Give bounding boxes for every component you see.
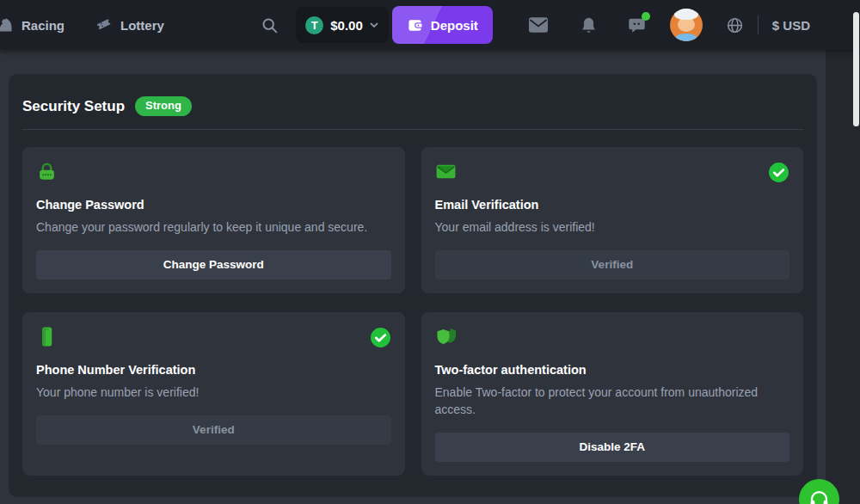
wallet-balance: $0.00 xyxy=(330,18,363,33)
currency-selector[interactable]: $ USD xyxy=(767,17,815,34)
security-cards-grid: Change Password Change your password reg… xyxy=(22,147,803,476)
search-button[interactable] xyxy=(261,16,279,34)
disable-2fa-button[interactable]: Disable 2FA xyxy=(435,433,790,462)
card-two-factor: Two-factor authentication Enable Two-fac… xyxy=(421,312,804,476)
top-header: Racing Lottery T $0.00 Deposit xyxy=(0,0,860,50)
vertical-scrollbar[interactable] xyxy=(853,12,859,126)
envelope-icon xyxy=(435,161,457,182)
wallet-balance-dropdown[interactable]: T $0.00 xyxy=(296,7,389,43)
search-icon xyxy=(261,16,279,34)
card-title: Phone Number Verification xyxy=(36,363,391,377)
card-description: Your email address is verified! xyxy=(435,219,790,237)
deposit-button[interactable]: Deposit xyxy=(392,6,493,44)
headset-icon xyxy=(808,488,831,504)
email-verified-button[interactable]: Verified xyxy=(435,250,790,280)
avatar xyxy=(670,9,703,41)
verified-check-icon xyxy=(768,162,789,183)
chevron-down-icon xyxy=(370,22,378,28)
mail-icon xyxy=(529,17,548,33)
nav-item-racing[interactable]: Racing xyxy=(0,16,64,34)
phone-icon xyxy=(36,326,58,347)
panel-divider xyxy=(22,129,803,130)
profile-button[interactable] xyxy=(670,9,703,41)
horse-icon xyxy=(0,16,14,34)
lock-icon xyxy=(36,161,58,182)
shield-icon xyxy=(435,326,458,347)
nav-label-racing: Racing xyxy=(22,18,64,33)
card-change-password: Change Password Change your password reg… xyxy=(22,147,405,293)
notifications-button[interactable] xyxy=(580,16,597,34)
verified-check-icon xyxy=(370,327,391,348)
language-button[interactable] xyxy=(726,16,744,34)
card-description: Enable Two-factor to protect your accoun… xyxy=(435,384,790,419)
wallet-group: T $0.00 Deposit xyxy=(296,6,493,44)
deposit-label: Deposit xyxy=(431,18,478,33)
security-setup-panel: Security Setup Strong Change Password Ch… xyxy=(9,74,817,497)
mail-button[interactable] xyxy=(529,17,548,33)
card-title: Change Password xyxy=(36,198,391,212)
globe-icon xyxy=(726,16,744,34)
card-email-verification: Email Verification Your email address is… xyxy=(421,147,804,293)
change-password-button[interactable]: Change Password xyxy=(36,250,391,280)
header-divider xyxy=(758,15,759,34)
page-title: Security Setup xyxy=(22,98,125,115)
card-description: Your phone number is verified! xyxy=(36,384,391,402)
wallet-icon xyxy=(407,17,423,34)
main-nav: Racing Lottery xyxy=(0,16,164,34)
card-phone-verification: Phone Number Verification Your phone num… xyxy=(22,312,405,476)
nav-item-lottery[interactable]: Lottery xyxy=(95,16,164,34)
ticket-icon xyxy=(95,16,113,34)
card-title: Email Verification xyxy=(435,198,790,212)
security-strength-badge: Strong xyxy=(135,96,192,116)
card-description: Change your password regularly to keep i… xyxy=(36,219,391,237)
nav-label-lottery: Lottery xyxy=(120,18,164,33)
card-title: Two-factor authentication xyxy=(435,363,790,377)
tether-coin-icon: T xyxy=(305,16,323,34)
chat-button[interactable] xyxy=(628,16,646,34)
bell-icon xyxy=(580,16,597,34)
panel-header: Security Setup Strong xyxy=(22,96,803,116)
phone-verified-button[interactable]: Verified xyxy=(36,415,391,445)
chat-unread-dot xyxy=(642,12,650,21)
